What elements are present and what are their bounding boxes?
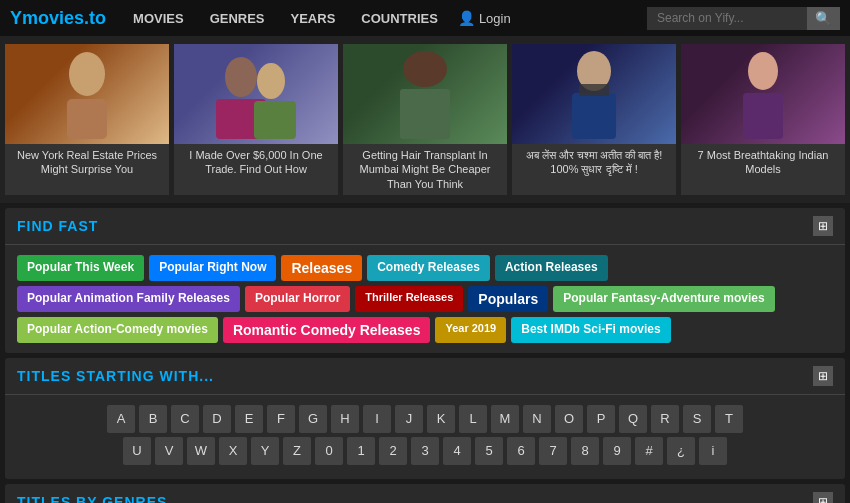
alphabet-header: TITLES STARTING WITH... ⊞ (5, 358, 845, 395)
tag-scifi-imdb[interactable]: Best IMDb Sci-Fi movies (511, 317, 670, 343)
find-fast-title: FIND FAST (17, 218, 98, 234)
ad-image-5 (681, 44, 845, 144)
ad-card-5[interactable]: 7 Most Breathtaking Indian Models (681, 44, 845, 195)
tag-releases[interactable]: Releases (281, 255, 362, 281)
svg-rect-12 (743, 93, 783, 139)
svg-rect-7 (400, 89, 450, 139)
tags-area: Popular This Week Popular Right Now Rele… (5, 245, 845, 353)
alpha-btn-N[interactable]: N (523, 405, 551, 433)
find-fast-section: FIND FAST ⊞ Popular This Week Popular Ri… (5, 208, 845, 353)
genres-title: TITLES BY GENRES (17, 494, 167, 503)
alpha-btn-B[interactable]: B (139, 405, 167, 433)
svg-rect-5 (254, 101, 296, 139)
alpha-btn-X[interactable]: X (219, 437, 247, 465)
alpha-btn-U[interactable]: U (123, 437, 151, 465)
tag-popular-now[interactable]: Popular Right Now (149, 255, 276, 281)
alpha-btn-2[interactable]: 2 (379, 437, 407, 465)
alpha-btn-A[interactable]: A (107, 405, 135, 433)
alpha-btn-O[interactable]: O (555, 405, 583, 433)
alpha-btn-4[interactable]: 4 (443, 437, 471, 465)
svg-rect-9 (572, 93, 616, 139)
ad-title-5: 7 Most Breathtaking Indian Models (681, 144, 845, 181)
svg-point-2 (225, 57, 257, 97)
genres-toggle[interactable]: ⊞ (813, 492, 833, 503)
alpha-btn-5[interactable]: 5 (475, 437, 503, 465)
nav-movies[interactable]: MOVIES (121, 3, 196, 34)
ad-title-3: Getting Hair Transplant In Mumbai Might … (343, 144, 507, 195)
ad-card-3[interactable]: Getting Hair Transplant In Mumbai Might … (343, 44, 507, 195)
alpha-btn-E[interactable]: E (235, 405, 263, 433)
tag-action-comedy[interactable]: Popular Action-Comedy movies (17, 317, 218, 343)
alpha-btn-I[interactable]: I (363, 405, 391, 433)
logo-text: Ymovies (10, 8, 84, 28)
tag-action-releases[interactable]: Action Releases (495, 255, 608, 281)
alphabet-toggle[interactable]: ⊞ (813, 366, 833, 386)
alpha-btn-C[interactable]: C (171, 405, 199, 433)
alpha-btn-1[interactable]: 1 (347, 437, 375, 465)
genres-header: TITLES BY GENRES ⊞ (5, 484, 845, 503)
alpha-btn-M[interactable]: M (491, 405, 519, 433)
nav-countries[interactable]: COUNTRIES (349, 3, 450, 34)
tag-romantic-comedy[interactable]: Romantic Comedy Releases (223, 317, 431, 343)
alpha-btn-3[interactable]: 3 (411, 437, 439, 465)
alpha-btn-K[interactable]: K (427, 405, 455, 433)
alpha-btn-i[interactable]: i (699, 437, 727, 465)
ad-card-2[interactable]: I Made Over $6,000 In One Trade. Find Ou… (174, 44, 338, 195)
ad-card-4[interactable]: अब लेंस और चश्मा अतीत की बात है! 100% सु… (512, 44, 676, 195)
alpha-btn-9[interactable]: 9 (603, 437, 631, 465)
ad-image-1 (5, 44, 169, 144)
tag-animation-family[interactable]: Popular Animation Family Releases (17, 286, 240, 312)
ad-title-1: New York Real Estate Prices Might Surpri… (5, 144, 169, 181)
alpha-row-1: ABCDEFGHIJKLMNOPQRST (17, 405, 833, 433)
nav-links: MOVIES GENRES YEARS COUNTRIES (121, 3, 450, 34)
alpha-btn-R[interactable]: R (651, 405, 679, 433)
alpha-btn-D[interactable]: D (203, 405, 231, 433)
alpha-btn-H[interactable]: H (331, 405, 359, 433)
logo-tld: .to (84, 8, 106, 28)
tag-popular-week[interactable]: Popular This Week (17, 255, 144, 281)
alpha-btn-P[interactable]: P (587, 405, 615, 433)
tag-comedy-releases[interactable]: Comedy Releases (367, 255, 490, 281)
tag-fantasy-adventure[interactable]: Popular Fantasy-Adventure movies (553, 286, 774, 312)
ad-title-2: I Made Over $6,000 In One Trade. Find Ou… (174, 144, 338, 181)
search-input[interactable] (647, 7, 807, 30)
alpha-btn-F[interactable]: F (267, 405, 295, 433)
ad-card-1[interactable]: New York Real Estate Prices Might Surpri… (5, 44, 169, 195)
alpha-btn-L[interactable]: L (459, 405, 487, 433)
svg-point-4 (257, 63, 285, 99)
genres-section: TITLES BY GENRES ⊞ ActionAdventureAnimat… (5, 484, 845, 503)
svg-point-0 (69, 52, 105, 96)
alpha-btn-S[interactable]: S (683, 405, 711, 433)
alpha-btn-V[interactable]: V (155, 437, 183, 465)
alpha-btn-J[interactable]: J (395, 405, 423, 433)
find-fast-toggle[interactable]: ⊞ (813, 216, 833, 236)
alpha-btn-0[interactable]: 0 (315, 437, 343, 465)
alphabet-section: TITLES STARTING WITH... ⊞ ABCDEFGHIJKLMN… (5, 358, 845, 479)
search-button[interactable]: 🔍 (807, 7, 840, 30)
tag-year-2019[interactable]: Year 2019 (435, 317, 506, 343)
alpha-btn-G[interactable]: G (299, 405, 327, 433)
alpha-btn-#[interactable]: # (635, 437, 663, 465)
alpha-btn-Y[interactable]: Y (251, 437, 279, 465)
ad-image-2 (174, 44, 338, 144)
alpha-btn-Z[interactable]: Z (283, 437, 311, 465)
alpha-btn-8[interactable]: 8 (571, 437, 599, 465)
alphabet-grid: ABCDEFGHIJKLMNOPQRST UVWXYZ0123456789#¿i (5, 395, 845, 479)
nav-years[interactable]: YEARS (279, 3, 348, 34)
tag-thriller-releases[interactable]: Thriller Releases (355, 286, 463, 312)
tag-populars[interactable]: Populars (468, 286, 548, 312)
alpha-btn-W[interactable]: W (187, 437, 215, 465)
alpha-btn-T[interactable]: T (715, 405, 743, 433)
logo[interactable]: Ymovies.to (10, 8, 106, 29)
alpha-btn-7[interactable]: 7 (539, 437, 567, 465)
ads-row: New York Real Estate Prices Might Surpri… (0, 36, 850, 203)
login-button[interactable]: 👤 Login (458, 10, 511, 26)
nav-genres[interactable]: GENRES (198, 3, 277, 34)
alpha-btn-¿[interactable]: ¿ (667, 437, 695, 465)
alpha-btn-Q[interactable]: Q (619, 405, 647, 433)
ad-image-4 (512, 44, 676, 144)
tag-popular-horror[interactable]: Popular Horror (245, 286, 350, 312)
find-fast-header: FIND FAST ⊞ (5, 208, 845, 245)
alphabet-title: TITLES STARTING WITH... (17, 368, 214, 384)
alpha-btn-6[interactable]: 6 (507, 437, 535, 465)
